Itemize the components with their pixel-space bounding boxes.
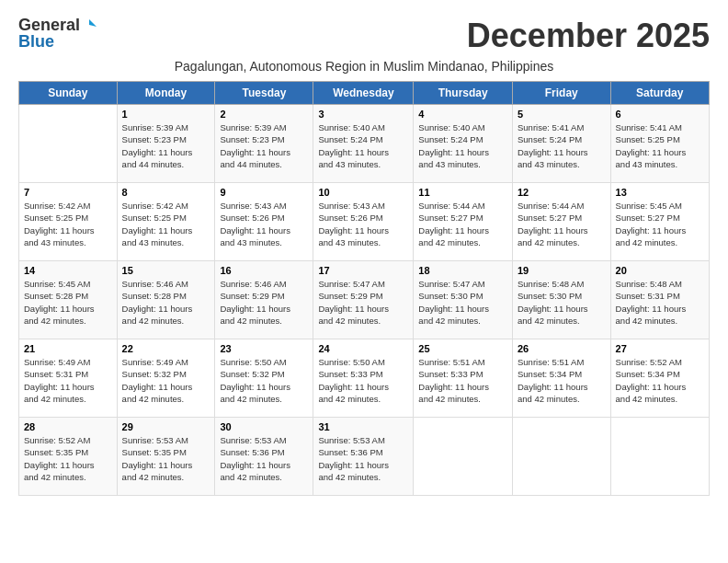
calendar-cell: 21Sunrise: 5:49 AM Sunset: 5:31 PM Dayli… <box>19 339 118 418</box>
day-number: 2 <box>220 109 308 120</box>
calendar-cell: 26Sunrise: 5:51 AM Sunset: 5:34 PM Dayli… <box>513 339 611 418</box>
day-info: Sunrise: 5:44 AM Sunset: 5:27 PM Dayligh… <box>418 200 507 248</box>
day-info: Sunrise: 5:50 AM Sunset: 5:32 PM Dayligh… <box>220 356 308 405</box>
day-number: 30 <box>220 421 308 432</box>
header-monday: Monday <box>117 82 215 105</box>
day-number: 16 <box>220 265 308 276</box>
calendar-cell: 2Sunrise: 5:39 AM Sunset: 5:23 PM Daylig… <box>215 105 313 183</box>
day-number: 28 <box>24 421 112 432</box>
day-info: Sunrise: 5:49 AM Sunset: 5:32 PM Dayligh… <box>122 356 210 405</box>
logo: General Blue <box>18 17 97 50</box>
calendar-cell: 4Sunrise: 5:40 AM Sunset: 5:24 PM Daylig… <box>414 105 513 183</box>
day-info: Sunrise: 5:45 AM Sunset: 5:28 PM Dayligh… <box>24 278 112 327</box>
day-number: 23 <box>220 343 308 354</box>
day-number: 4 <box>418 109 507 120</box>
day-info: Sunrise: 5:47 AM Sunset: 5:30 PM Dayligh… <box>418 278 507 327</box>
logo-general: General <box>18 17 80 33</box>
day-info: Sunrise: 5:45 AM Sunset: 5:27 PM Dayligh… <box>616 200 704 248</box>
calendar-cell: 29Sunrise: 5:53 AM Sunset: 5:35 PM Dayli… <box>117 418 215 496</box>
header-friday: Friday <box>513 82 611 105</box>
day-info: Sunrise: 5:40 AM Sunset: 5:24 PM Dayligh… <box>418 121 507 170</box>
calendar-cell: 17Sunrise: 5:47 AM Sunset: 5:29 PM Dayli… <box>313 261 414 339</box>
day-info: Sunrise: 5:46 AM Sunset: 5:29 PM Dayligh… <box>220 278 308 327</box>
calendar-cell: 12Sunrise: 5:44 AM Sunset: 5:27 PM Dayli… <box>513 183 611 261</box>
calendar-cell: 7Sunrise: 5:42 AM Sunset: 5:25 PM Daylig… <box>19 183 118 261</box>
header: General Blue December 2025 <box>18 17 710 55</box>
day-number: 22 <box>122 343 210 354</box>
calendar-cell: 5Sunrise: 5:41 AM Sunset: 5:24 PM Daylig… <box>513 105 611 183</box>
day-number: 6 <box>616 109 704 120</box>
header-row: SundayMondayTuesdayWednesdayThursdayFrid… <box>19 82 710 105</box>
calendar-cell: 22Sunrise: 5:49 AM Sunset: 5:32 PM Dayli… <box>117 339 215 418</box>
day-number: 7 <box>24 187 112 198</box>
day-number: 26 <box>518 343 606 354</box>
header-wednesday: Wednesday <box>313 82 414 105</box>
day-info: Sunrise: 5:48 AM Sunset: 5:30 PM Dayligh… <box>518 278 606 327</box>
logo-blue: Blue <box>18 33 54 50</box>
day-info: Sunrise: 5:53 AM Sunset: 5:36 PM Dayligh… <box>318 434 408 483</box>
calendar-cell: 25Sunrise: 5:51 AM Sunset: 5:33 PM Dayli… <box>414 339 513 418</box>
day-info: Sunrise: 5:51 AM Sunset: 5:33 PM Dayligh… <box>418 356 507 405</box>
calendar-cell: 18Sunrise: 5:47 AM Sunset: 5:30 PM Dayli… <box>414 261 513 339</box>
day-number: 11 <box>418 187 507 198</box>
day-number: 3 <box>318 109 408 120</box>
day-number: 20 <box>616 265 704 276</box>
day-info: Sunrise: 5:48 AM Sunset: 5:31 PM Dayligh… <box>616 278 704 327</box>
calendar-cell: 30Sunrise: 5:53 AM Sunset: 5:36 PM Dayli… <box>215 418 313 496</box>
header-sunday: Sunday <box>19 82 118 105</box>
page: General Blue December 2025 Pagalungan, A… <box>0 0 728 505</box>
calendar-cell: 20Sunrise: 5:48 AM Sunset: 5:31 PM Dayli… <box>610 261 709 339</box>
day-info: Sunrise: 5:40 AM Sunset: 5:24 PM Dayligh… <box>318 121 408 170</box>
day-info: Sunrise: 5:42 AM Sunset: 5:25 PM Dayligh… <box>122 200 210 248</box>
header-thursday: Thursday <box>414 82 513 105</box>
day-info: Sunrise: 5:41 AM Sunset: 5:24 PM Dayligh… <box>518 121 606 170</box>
calendar-cell: 24Sunrise: 5:50 AM Sunset: 5:33 PM Dayli… <box>313 339 414 418</box>
day-number: 29 <box>122 421 210 432</box>
day-number: 25 <box>418 343 507 354</box>
calendar-cell: 11Sunrise: 5:44 AM Sunset: 5:27 PM Dayli… <box>414 183 513 261</box>
week-row-1: 1Sunrise: 5:39 AM Sunset: 5:23 PM Daylig… <box>19 105 710 183</box>
day-number: 10 <box>318 187 408 198</box>
calendar-cell <box>610 418 709 496</box>
day-number: 21 <box>24 343 112 354</box>
calendar-cell: 6Sunrise: 5:41 AM Sunset: 5:25 PM Daylig… <box>610 105 709 183</box>
day-info: Sunrise: 5:52 AM Sunset: 5:35 PM Dayligh… <box>24 434 112 483</box>
day-info: Sunrise: 5:49 AM Sunset: 5:31 PM Dayligh… <box>24 356 112 405</box>
week-row-4: 21Sunrise: 5:49 AM Sunset: 5:31 PM Dayli… <box>19 339 710 418</box>
day-info: Sunrise: 5:43 AM Sunset: 5:26 PM Dayligh… <box>318 200 408 248</box>
calendar-cell <box>513 418 611 496</box>
day-info: Sunrise: 5:53 AM Sunset: 5:35 PM Dayligh… <box>122 434 210 483</box>
calendar-cell: 23Sunrise: 5:50 AM Sunset: 5:32 PM Dayli… <box>215 339 313 418</box>
header-tuesday: Tuesday <box>215 82 313 105</box>
day-number: 19 <box>518 265 606 276</box>
calendar-cell: 13Sunrise: 5:45 AM Sunset: 5:27 PM Dayli… <box>610 183 709 261</box>
day-number: 14 <box>24 265 112 276</box>
calendar-cell: 31Sunrise: 5:53 AM Sunset: 5:36 PM Dayli… <box>313 418 414 496</box>
day-info: Sunrise: 5:41 AM Sunset: 5:25 PM Dayligh… <box>616 121 704 170</box>
calendar-cell <box>414 418 513 496</box>
day-number: 18 <box>418 265 507 276</box>
calendar-table: SundayMondayTuesdayWednesdayThursdayFrid… <box>18 81 710 496</box>
day-info: Sunrise: 5:51 AM Sunset: 5:34 PM Dayligh… <box>518 356 606 405</box>
calendar-cell: 3Sunrise: 5:40 AM Sunset: 5:24 PM Daylig… <box>313 105 414 183</box>
day-info: Sunrise: 5:46 AM Sunset: 5:28 PM Dayligh… <box>122 278 210 327</box>
day-number: 24 <box>318 343 408 354</box>
day-number: 31 <box>318 421 408 432</box>
svg-marker-0 <box>89 19 97 27</box>
day-number: 13 <box>616 187 704 198</box>
calendar-cell <box>19 105 118 183</box>
day-number: 1 <box>122 109 210 120</box>
calendar-cell: 14Sunrise: 5:45 AM Sunset: 5:28 PM Dayli… <box>19 261 118 339</box>
day-info: Sunrise: 5:42 AM Sunset: 5:25 PM Dayligh… <box>24 200 112 248</box>
header-saturday: Saturday <box>610 82 709 105</box>
logo-bird-icon <box>82 17 97 32</box>
calendar-cell: 16Sunrise: 5:46 AM Sunset: 5:29 PM Dayli… <box>215 261 313 339</box>
day-number: 8 <box>122 187 210 198</box>
calendar-cell: 15Sunrise: 5:46 AM Sunset: 5:28 PM Dayli… <box>117 261 215 339</box>
day-info: Sunrise: 5:43 AM Sunset: 5:26 PM Dayligh… <box>220 200 308 248</box>
day-number: 15 <box>122 265 210 276</box>
calendar-cell: 19Sunrise: 5:48 AM Sunset: 5:30 PM Dayli… <box>513 261 611 339</box>
calendar-cell: 8Sunrise: 5:42 AM Sunset: 5:25 PM Daylig… <box>117 183 215 261</box>
week-row-5: 28Sunrise: 5:52 AM Sunset: 5:35 PM Dayli… <box>19 418 710 496</box>
day-number: 5 <box>518 109 606 120</box>
